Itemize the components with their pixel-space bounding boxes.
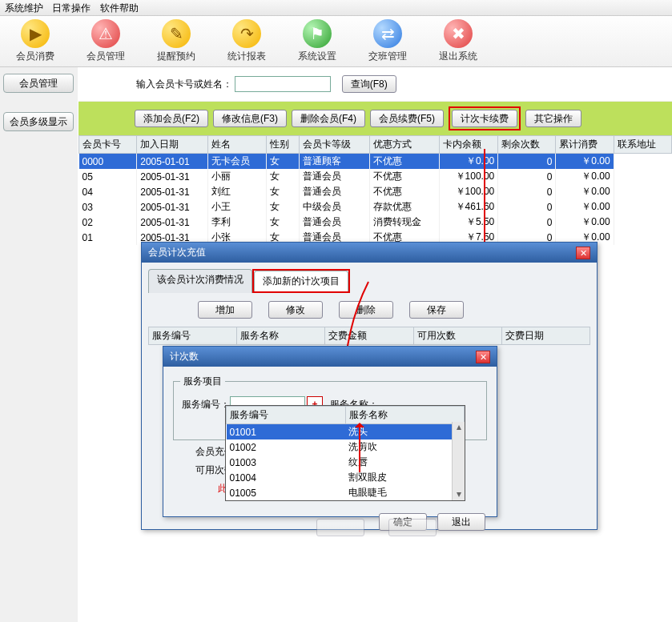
- action-bar: 添加会员(F2) 修改信息(F3) 删除会员(F4) 会员续费(F5) 计次卡续…: [78, 102, 672, 135]
- side-panel: 会员管理 会员多级显示: [0, 67, 78, 622]
- cell: 不优惠: [369, 154, 439, 170]
- cell: 女: [266, 154, 300, 170]
- toolbar-icon: ⚑: [303, 19, 332, 48]
- toolbar-icon: ✖: [444, 19, 473, 48]
- cell: 女: [266, 199, 300, 215]
- dropdown-row[interactable]: 01005电眼睫毛: [227, 485, 465, 500]
- menu-help[interactable]: 软件帮助: [100, 2, 139, 14]
- modify-button[interactable]: 修改: [268, 301, 323, 319]
- dlg1-col[interactable]: 可用次数: [413, 327, 501, 345]
- toolbar-item-6[interactable]: ✖退出系统: [423, 19, 493, 63]
- tab-add-times-item[interactable]: 添加新的计次项目: [254, 271, 348, 291]
- menu-system[interactable]: 系统维护: [5, 2, 43, 14]
- cell: 01: [79, 230, 137, 245]
- grid-header[interactable]: 剩余次数: [498, 136, 556, 154]
- dialog2-titlebar: 计次数 ✕: [163, 347, 497, 367]
- grid-header[interactable]: 加入日期: [137, 136, 208, 154]
- cell: 不优惠: [369, 169, 439, 184]
- cell: 存款优惠: [369, 199, 439, 215]
- close-icon[interactable]: ✕: [576, 247, 590, 259]
- grid-header[interactable]: 会员卡号: [79, 136, 137, 154]
- scrollbar[interactable]: ▴ ▾: [452, 422, 465, 500]
- table-row[interactable]: 032005-01-31小王女中级会员存款优惠￥461.600￥0.00: [79, 199, 672, 215]
- dlg1-col[interactable]: 交费金额: [325, 327, 413, 345]
- dlg1-col[interactable]: 交费日期: [501, 327, 590, 345]
- cell: ￥0.00: [556, 199, 614, 215]
- dd-col-name: 服务名称: [345, 407, 465, 424]
- cell: ￥100.00: [440, 169, 498, 184]
- search-button[interactable]: 查询(F8): [342, 75, 396, 93]
- table-row[interactable]: 042005-01-31刘红女普通会员不优惠￥100.000￥0.00: [79, 184, 672, 199]
- grid-header[interactable]: 联系地址: [614, 136, 671, 154]
- ghost-buttons: [316, 519, 437, 536]
- search-input[interactable]: [235, 76, 331, 92]
- cell: 0: [498, 169, 556, 184]
- grid-header[interactable]: 会员卡等级: [300, 136, 369, 154]
- dd-code: 01005: [227, 485, 346, 500]
- tab-consume-history[interactable]: 该会员计次消费情况: [148, 269, 252, 293]
- side-member-tree[interactable]: 会员多级显示: [3, 112, 74, 131]
- cell: 普通会员: [300, 169, 369, 184]
- fieldset-legend: 服务项目: [180, 375, 225, 388]
- member-grid: 会员卡号加入日期姓名性别会员卡等级优惠方式卡内余额剩余次数累计消费联系地址 00…: [78, 135, 672, 245]
- cell: 2005-01-31: [137, 184, 208, 199]
- dlg1-col[interactable]: 服务名称: [237, 327, 325, 345]
- save-button[interactable]: 保存: [409, 301, 464, 319]
- exit-button[interactable]: 退出: [437, 513, 485, 531]
- toolbar-item-2[interactable]: ✎提醒预约: [141, 19, 211, 63]
- close-icon[interactable]: ✕: [476, 351, 490, 363]
- grid-header[interactable]: 卡内余额: [440, 136, 498, 154]
- cell: 消费转现金: [369, 215, 439, 230]
- dropdown-row[interactable]: 01002洗剪吹: [227, 439, 465, 455]
- table-row[interactable]: 00002005-01-01无卡会员女普通顾客不优惠￥0.000￥0.00: [79, 154, 672, 170]
- dialog2-title-text: 计次数: [170, 350, 199, 363]
- grid-header[interactable]: 累计消费: [556, 136, 614, 154]
- service-dropdown[interactable]: 服务编号 服务名称 01001洗头01002洗剪吹01003纹唇01004割双眼…: [225, 405, 465, 501]
- cell: 2005-01-01: [137, 154, 208, 170]
- dd-code: 01002: [227, 439, 346, 455]
- toolbar-icon: ⇄: [373, 19, 402, 48]
- cell: 女: [266, 184, 300, 199]
- side-member-manage[interactable]: 会员管理: [3, 74, 74, 93]
- cell: 2005-01-31: [137, 199, 208, 215]
- table-row[interactable]: 022005-01-31李利女普通会员消费转现金￥5.500￥0.00: [79, 215, 672, 230]
- times-card-renew-button[interactable]: 计次卡续费: [452, 110, 517, 127]
- cell: 李利: [208, 215, 266, 230]
- add-button[interactable]: 增加: [198, 301, 252, 319]
- menubar: 系统维护 日常操作 软件帮助: [0, 0, 672, 16]
- toolbar-item-4[interactable]: ⚑系统设置: [282, 19, 352, 63]
- dd-name: 洗剪吹: [345, 439, 465, 455]
- dd-name: 洗头: [345, 424, 465, 440]
- toolbar-icon: ▶: [21, 19, 50, 48]
- cell: 03: [79, 199, 137, 215]
- renew-member-button[interactable]: 会员续费(F5): [370, 110, 444, 127]
- scroll-down-icon[interactable]: ▾: [453, 489, 465, 500]
- grid-header[interactable]: 优惠方式: [369, 136, 439, 154]
- search-row: 输入会员卡号或姓名： 查询(F8): [78, 67, 672, 102]
- cell: ￥0.00: [556, 184, 614, 199]
- scroll-up-icon[interactable]: ▴: [453, 422, 465, 433]
- add-member-button[interactable]: 添加会员(F2): [135, 110, 208, 127]
- toolbar-item-0[interactable]: ▶会员消费: [0, 19, 70, 63]
- dropdown-row[interactable]: 01004割双眼皮: [227, 470, 465, 485]
- table-row[interactable]: 052005-01-31小丽女普通会员不优惠￥100.000￥0.00: [79, 169, 672, 184]
- delete-member-button[interactable]: 删除会员(F4): [292, 110, 365, 127]
- grid-header[interactable]: 姓名: [208, 136, 266, 154]
- edit-member-button[interactable]: 修改信息(F3): [213, 110, 287, 127]
- toolbar-item-5[interactable]: ⇄交班管理: [352, 19, 423, 63]
- menu-daily[interactable]: 日常操作: [52, 2, 91, 14]
- dropdown-row[interactable]: 01001洗头: [227, 424, 465, 440]
- dlg1-col[interactable]: 服务编号: [149, 327, 237, 345]
- delete-button[interactable]: 删除: [339, 301, 393, 319]
- toolbar-item-3[interactable]: ↷统计报表: [211, 19, 282, 63]
- cell: 普通会员: [300, 215, 369, 230]
- dropdown-row[interactable]: 01003纹唇: [227, 455, 465, 470]
- cell: 刘红: [208, 184, 266, 199]
- search-label: 输入会员卡号或姓名：: [136, 78, 232, 90]
- cell: 0: [498, 215, 556, 230]
- other-ops-button[interactable]: 其它操作: [525, 110, 581, 127]
- toolbar-item-1[interactable]: ⚠会员管理: [70, 19, 141, 63]
- cell: 无卡会员: [208, 154, 266, 170]
- grid-header[interactable]: 性别: [266, 136, 300, 154]
- cell: 2005-01-31: [137, 215, 208, 230]
